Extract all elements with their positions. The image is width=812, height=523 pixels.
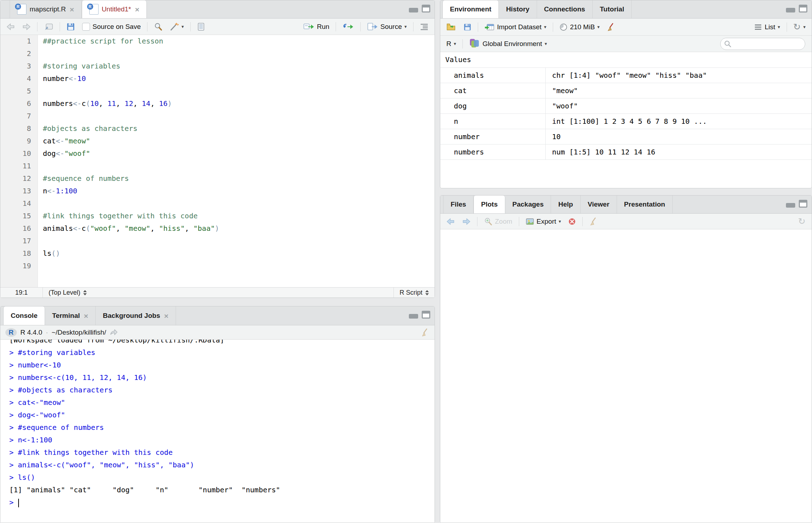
show-in-new-window-button[interactable] bbox=[42, 21, 55, 32]
remove-circle-icon bbox=[568, 218, 576, 225]
line-number: 10 bbox=[0, 147, 37, 160]
env-row[interactable]: numbersnum [1:5] 10 11 12 14 16 bbox=[440, 144, 812, 160]
clear-environment-button[interactable] bbox=[605, 22, 617, 32]
close-icon[interactable]: × bbox=[70, 6, 74, 13]
line-number: 1 bbox=[0, 35, 37, 47]
env-row[interactable]: number10 bbox=[440, 129, 812, 144]
env-row[interactable]: nint [1:100] 1 2 3 4 5 6 7 8 9 10 ... bbox=[440, 114, 812, 129]
code-line[interactable]: 9cat<-"meow" bbox=[0, 135, 435, 147]
code-line[interactable]: 5 bbox=[0, 85, 435, 97]
run-button[interactable]: Run bbox=[302, 22, 331, 32]
back-button[interactable] bbox=[5, 22, 17, 32]
code-tools-button[interactable]: ▾ bbox=[168, 21, 186, 32]
line-number: 3 bbox=[0, 60, 37, 72]
maximize-pane-icon[interactable] bbox=[422, 5, 430, 12]
env-row[interactable]: animalschr [1:4] "woof" "meow" "hiss" "b… bbox=[440, 68, 812, 83]
code-line[interactable]: 19 bbox=[0, 260, 435, 272]
code-line[interactable]: 6numbers<-c(10, 11, 12, 14, 16) bbox=[0, 97, 435, 110]
language-selector[interactable]: R ▾ bbox=[445, 39, 458, 49]
console-output[interactable]: [Workspace loaded from ~/Desktop/killifi… bbox=[0, 340, 435, 523]
code-line[interactable]: 4number<-10 bbox=[0, 72, 435, 85]
tab-tutorial[interactable]: Tutorial bbox=[593, 0, 632, 18]
tab-history[interactable]: History bbox=[499, 0, 537, 18]
find-replace-button[interactable] bbox=[152, 21, 164, 32]
environment-search-input[interactable] bbox=[720, 38, 805, 50]
code-line[interactable]: 13n<-1:100 bbox=[0, 185, 435, 197]
magic-wand-icon bbox=[170, 22, 179, 31]
close-icon[interactable]: × bbox=[135, 6, 139, 13]
env-row[interactable]: cat"meow" bbox=[440, 83, 812, 98]
close-icon[interactable]: × bbox=[164, 312, 168, 320]
env-row[interactable]: dog"woof" bbox=[440, 98, 812, 114]
goto-directory-icon[interactable] bbox=[110, 329, 117, 336]
search-icon bbox=[724, 40, 732, 48]
tab-connections[interactable]: Connections bbox=[537, 0, 593, 18]
tab-packages[interactable]: Packages bbox=[505, 196, 551, 213]
remove-plot-button[interactable] bbox=[566, 217, 578, 227]
tab-background-jobs[interactable]: Background Jobs× bbox=[96, 306, 176, 325]
previous-plot-button[interactable] bbox=[445, 217, 457, 227]
minimize-pane-icon[interactable] bbox=[409, 314, 418, 319]
source-on-save-checkbox[interactable] bbox=[82, 23, 90, 31]
save-button[interactable] bbox=[65, 21, 77, 32]
display-mode-button[interactable]: List ▾ bbox=[752, 22, 782, 32]
tab-viewer[interactable]: Viewer bbox=[581, 196, 617, 213]
tab-console[interactable]: Console bbox=[3, 306, 45, 325]
code-line[interactable]: 16animals<-c("woof", "meow", "hiss", "ba… bbox=[0, 222, 435, 235]
variable-value: num [1:5] 10 11 12 14 16 bbox=[546, 148, 655, 156]
load-workspace-button[interactable] bbox=[445, 22, 458, 32]
zoom-plot-button[interactable]: Zoom bbox=[482, 216, 514, 227]
maximize-pane-icon[interactable] bbox=[422, 311, 430, 319]
tab-untitled1-[interactable]: RUntitled1*× bbox=[82, 0, 147, 18]
code-line[interactable]: 18ls() bbox=[0, 247, 435, 260]
code-line[interactable]: 1##practice script for lesson bbox=[0, 35, 435, 47]
run-label: Run bbox=[317, 23, 329, 31]
file-type-selector[interactable]: R Script bbox=[394, 288, 435, 298]
code-line[interactable]: 3#storing variables bbox=[0, 60, 435, 72]
code-line[interactable]: 17 bbox=[0, 235, 435, 247]
export-plot-button[interactable]: Export ▾ bbox=[524, 217, 563, 227]
code-line[interactable]: 14 bbox=[0, 197, 435, 210]
tab-label: Tutorial bbox=[600, 5, 624, 13]
memory-usage-button[interactable]: 210 MiB ▾ bbox=[558, 22, 601, 32]
tab-mapscript-r[interactable]: Rmapscript.R× bbox=[10, 0, 82, 18]
code-text: #sequence of numbers bbox=[37, 172, 129, 185]
source-button[interactable]: Source ▾ bbox=[365, 21, 408, 32]
minimize-pane-icon[interactable] bbox=[409, 8, 418, 12]
refresh-button[interactable]: ↻ ▾ bbox=[792, 21, 807, 32]
next-plot-button[interactable] bbox=[460, 217, 472, 227]
tab-presentation[interactable]: Presentation bbox=[617, 196, 673, 213]
code-editor[interactable]: 1##practice script for lesson23#storing … bbox=[0, 35, 435, 289]
environment-scope-selector[interactable]: Global Environment ▾ bbox=[467, 38, 548, 50]
scope-selector[interactable]: (Top Level) bbox=[43, 288, 87, 298]
tab-terminal[interactable]: Terminal× bbox=[45, 306, 96, 325]
clear-all-plots-button[interactable] bbox=[587, 216, 600, 227]
arrow-left-icon bbox=[6, 23, 15, 31]
code-line[interactable]: 15#link things together with this code bbox=[0, 210, 435, 222]
line-number: 17 bbox=[0, 235, 37, 247]
minimize-pane-icon[interactable] bbox=[786, 203, 795, 208]
tab-help[interactable]: Help bbox=[551, 196, 580, 213]
console-prompt[interactable]: > bbox=[9, 496, 435, 509]
code-line[interactable]: 11 bbox=[0, 160, 435, 172]
code-line[interactable]: 10dog<-"woof" bbox=[0, 147, 435, 160]
refresh-plot-button[interactable]: ↻ bbox=[796, 216, 807, 227]
code-line[interactable]: 8#objects as characters bbox=[0, 122, 435, 135]
document-outline-button[interactable] bbox=[418, 22, 430, 32]
tab-environment[interactable]: Environment bbox=[442, 0, 499, 18]
tab-files[interactable]: Files bbox=[443, 196, 473, 213]
forward-button[interactable] bbox=[20, 22, 32, 32]
code-line[interactable]: 12#sequence of numbers bbox=[0, 172, 435, 185]
code-line[interactable]: 2 bbox=[0, 47, 435, 60]
maximize-pane-icon[interactable] bbox=[799, 5, 807, 12]
clear-console-icon[interactable] bbox=[421, 328, 430, 337]
maximize-pane-icon[interactable] bbox=[799, 200, 807, 208]
save-workspace-button[interactable] bbox=[462, 22, 473, 32]
minimize-pane-icon[interactable] bbox=[786, 8, 795, 12]
close-icon[interactable]: × bbox=[84, 312, 88, 320]
compile-report-button[interactable] bbox=[195, 21, 207, 32]
import-dataset-button[interactable]: Import Dataset ▾ bbox=[483, 22, 548, 32]
tab-plots[interactable]: Plots bbox=[473, 196, 505, 213]
code-line[interactable]: 7 bbox=[0, 110, 435, 122]
rerun-button[interactable] bbox=[341, 22, 356, 32]
